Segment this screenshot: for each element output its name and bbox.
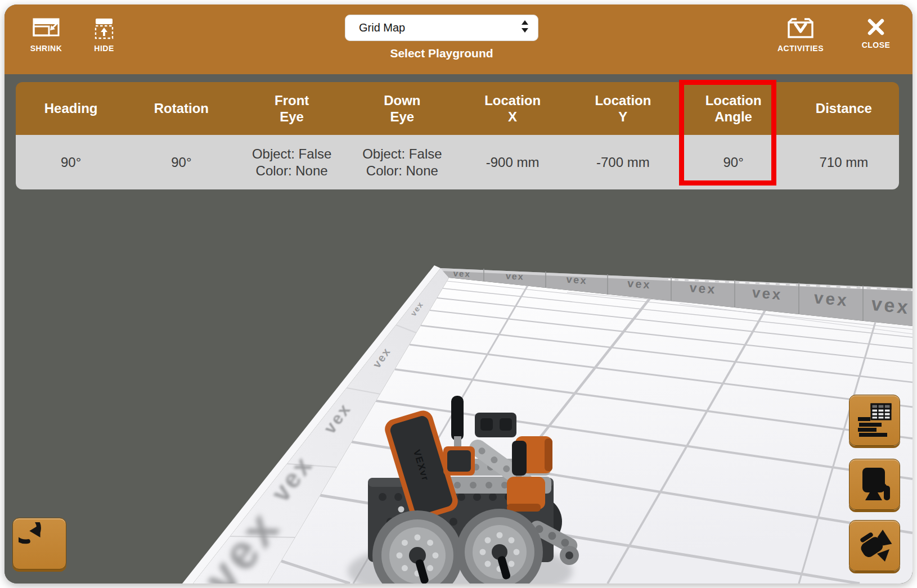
header-cell-rotation: Rotation bbox=[126, 82, 236, 135]
activities-icon bbox=[786, 18, 815, 39]
hide-button[interactable]: HIDE bbox=[82, 18, 127, 53]
header-cell-front-eye: Front Eye bbox=[237, 82, 347, 135]
hide-icon bbox=[95, 18, 114, 39]
activities-label: ACTIVITIES bbox=[777, 44, 824, 53]
playground-selector-group: Grid Map Select Playground bbox=[329, 15, 554, 60]
header-cell-location-y: Location Y bbox=[568, 82, 678, 135]
playground-select-value: Grid Map bbox=[359, 21, 405, 34]
close-icon bbox=[867, 18, 885, 36]
value-location-angle: 90° bbox=[678, 135, 789, 189]
activities-button[interactable]: ACTIVITIES bbox=[768, 18, 833, 53]
header-cell-heading: Heading bbox=[16, 82, 126, 135]
reset-icon bbox=[19, 522, 60, 566]
wall-logo: vex bbox=[627, 277, 652, 291]
value-front-eye: Object: False Color: None bbox=[237, 135, 347, 189]
reset-playground-button[interactable] bbox=[12, 518, 66, 569]
camera-view-button[interactable] bbox=[849, 520, 900, 571]
dashboard-icon bbox=[857, 401, 893, 439]
playground-window: SHRINK HIDE Grid Map bbox=[5, 4, 912, 584]
toolbar: SHRINK HIDE Grid Map bbox=[5, 4, 912, 74]
header-cell-down-eye: Down Eye bbox=[347, 82, 457, 135]
header-cell-location-angle: Location Angle bbox=[678, 82, 789, 135]
value-down-eye: Object: False Color: None bbox=[347, 135, 457, 189]
value-heading: 90° bbox=[16, 135, 126, 189]
select-stepper-arrows-icon bbox=[521, 20, 529, 36]
dashboard-toggle-button[interactable] bbox=[849, 395, 900, 446]
close-button[interactable]: CLOSE bbox=[851, 18, 901, 49]
shrink-icon bbox=[33, 18, 60, 39]
shrink-button[interactable]: SHRINK bbox=[20, 18, 72, 53]
wall-logo: vex bbox=[689, 280, 717, 296]
sensor-dashboard: Heading Rotation Front Eye Down Eye Loca… bbox=[16, 82, 899, 189]
camera-icon bbox=[857, 527, 893, 564]
sensor-table-row: 90° 90° Object: False Color: None Object… bbox=[16, 135, 899, 189]
wall-logo: vex bbox=[870, 293, 911, 318]
wall-logo: vex bbox=[752, 284, 783, 304]
select-playground-caption: Select Playground bbox=[390, 47, 493, 60]
header-cell-distance: Distance bbox=[789, 82, 899, 135]
value-rotation: 90° bbox=[126, 135, 236, 189]
playground-select[interactable]: Grid Map bbox=[345, 15, 538, 41]
wall-logo: vex bbox=[813, 288, 850, 309]
wall-logo: vex bbox=[566, 274, 588, 287]
robot-view-button[interactable] bbox=[849, 459, 900, 510]
header-cell-location-x: Location X bbox=[457, 82, 568, 135]
wall-logo: vex bbox=[453, 268, 471, 279]
value-location-x: -900 mm bbox=[457, 135, 568, 189]
close-label: CLOSE bbox=[862, 40, 891, 49]
value-distance: 710 mm bbox=[789, 135, 899, 189]
robot-view-icon bbox=[857, 465, 893, 503]
wall-logo: vex bbox=[506, 271, 525, 282]
hide-label: HIDE bbox=[94, 44, 114, 53]
shrink-label: SHRINK bbox=[30, 44, 62, 53]
value-location-y: -700 mm bbox=[568, 135, 678, 189]
sensor-table-header: Heading Rotation Front Eye Down Eye Loca… bbox=[16, 82, 899, 135]
